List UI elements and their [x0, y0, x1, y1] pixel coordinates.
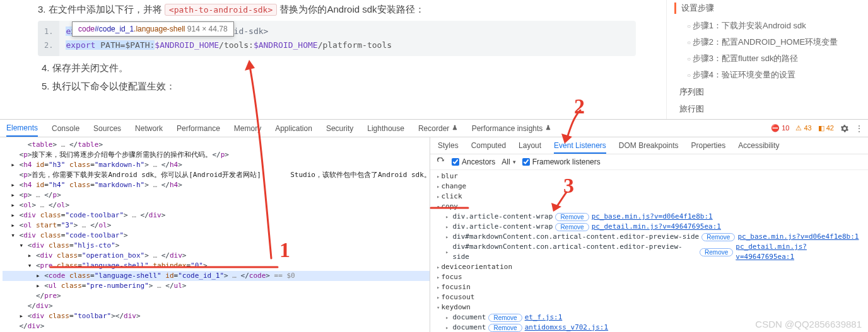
element-tooltip: code#code_id_1.language-shell 914 × 44.7…: [72, 21, 234, 37]
source-link[interactable]: antidomxss_v702.js:1: [525, 323, 608, 332]
source-link[interactable]: pc_detail.min.js?v=49647695ea:1: [736, 242, 864, 262]
source-link[interactable]: et_f.js:1: [525, 312, 563, 323]
remove-button[interactable]: Remove: [700, 248, 733, 256]
refresh-icon[interactable]: [437, 157, 445, 166]
subtab-properties[interactable]: Properties: [691, 141, 726, 150]
listener-keydown[interactable]: keydown: [434, 302, 864, 312]
flask-icon: [545, 125, 551, 131]
filter-scope-select[interactable]: All ▾: [501, 157, 515, 166]
listener-click[interactable]: click: [434, 192, 864, 202]
listener-focus[interactable]: focus: [434, 272, 864, 282]
listener-blur[interactable]: blur: [434, 171, 864, 181]
step-5: 5. 执行以下命令以使配置生效：: [38, 81, 654, 93]
side-panel: Styles Computed Layout Event Listeners D…: [430, 137, 868, 332]
error-badge[interactable]: ⛔ 10: [771, 124, 789, 132]
warning-badge[interactable]: ⚠ 43: [795, 124, 811, 132]
devtools-panel: Elements Console Sources Network Perform…: [0, 120, 868, 332]
toc-item[interactable]: 步骤3：配置flutter sdk的路径: [687, 50, 862, 67]
listener-filter-bar: Ancestors All ▾ Framework listeners: [430, 154, 868, 170]
elements-tree[interactable]: <table> … </table> <p>接下来，我们将逐步介绍每个步骤所需执…: [0, 137, 430, 332]
toc-current[interactable]: 设置步骤: [674, 3, 862, 14]
tab-perf-insights[interactable]: Performance insights: [472, 124, 551, 133]
side-subtabs: Styles Computed Layout Event Listeners D…: [430, 137, 868, 154]
tab-security[interactable]: Security: [326, 124, 353, 133]
step-4: 4. 保存并关闭文件。: [38, 62, 654, 74]
ancestors-label: Ancestors: [462, 157, 495, 166]
remove-button[interactable]: Remove: [555, 213, 589, 221]
listener-focusout[interactable]: focusout: [434, 292, 864, 302]
line-gutter: 1.2.: [38, 21, 59, 56]
listener-deviceorientation[interactable]: deviceorientation: [434, 262, 864, 272]
issues-badge[interactable]: ◧ 42: [818, 124, 834, 132]
remove-button[interactable]: Remove: [555, 223, 589, 231]
devtools-tabbar: Elements Console Sources Network Perform…: [0, 120, 868, 137]
subtab-computed[interactable]: Computed: [471, 141, 506, 150]
tab-lighthouse[interactable]: Lighthouse: [367, 124, 404, 133]
step3-suffix: 替换为你的Android sdk安装路径：: [279, 4, 424, 14]
framework-checkbox[interactable]: [522, 158, 530, 166]
source-link[interactable]: pc_detail.min.js?v=49647695ea:1: [592, 222, 721, 232]
ancestors-checkbox[interactable]: [452, 158, 459, 166]
source-link[interactable]: pc_base.min.js?v=d06e4f1e8b:1: [737, 232, 859, 242]
remove-button[interactable]: Remove: [488, 314, 522, 322]
tab-console[interactable]: Console: [52, 124, 79, 133]
step3-prefix: 3. 在文件中添加以下行，并将: [38, 4, 165, 14]
toc-item[interactable]: 步骤4：验证环境变量的设置: [687, 67, 862, 83]
tab-network[interactable]: Network: [135, 124, 163, 133]
inline-code: <path-to-android-sdk>: [165, 4, 277, 16]
listener-change[interactable]: change: [434, 181, 864, 192]
subtab-accessibility[interactable]: Accessibility: [738, 141, 779, 150]
tab-memory[interactable]: Memory: [234, 124, 261, 133]
toc-item[interactable]: 步骤1：下载并安装Android sdk: [687, 18, 862, 34]
event-listeners-list[interactable]: blur change click copy div.article-conte…: [430, 170, 868, 332]
tab-sources[interactable]: Sources: [93, 124, 121, 133]
flask-icon: [452, 125, 458, 131]
step-3: 3. 在文件中添加以下行，并将 <path-to-android-sdk> 替换…: [38, 4, 654, 16]
remove-button[interactable]: Remove: [701, 233, 735, 241]
toc-sidebar: 设置步骤 步骤1：下载并安装Android sdk 步骤2：配置ANDROID_…: [666, 0, 868, 119]
framework-label: Framework listeners: [532, 157, 601, 166]
toc-group[interactable]: 旅行图: [674, 100, 862, 117]
gear-icon[interactable]: [840, 124, 849, 133]
tab-recorder[interactable]: Recorder: [418, 124, 458, 133]
listener-focusin[interactable]: focusin: [434, 282, 864, 292]
toc-item[interactable]: 步骤2：配置ANDROID_HOME环境变量: [687, 34, 862, 50]
subtab-event-listeners[interactable]: Event Listeners: [554, 141, 606, 154]
article-content: 3. 在文件中添加以下行，并将 <path-to-android-sdk> 替换…: [0, 0, 666, 119]
tab-performance[interactable]: Performance: [177, 124, 220, 133]
tab-elements[interactable]: Elements: [6, 123, 38, 137]
more-icon[interactable]: ⋮: [855, 124, 863, 133]
watermark: CSDN @QQ2856639881: [755, 319, 862, 329]
subtab-layout[interactable]: Layout: [519, 141, 541, 150]
subtab-dom-breakpoints[interactable]: DOM Breakpoints: [619, 141, 679, 150]
listener-copy[interactable]: copy: [434, 202, 864, 212]
toc-group[interactable]: 序列图: [674, 83, 862, 100]
source-link[interactable]: pc_base.min.js?v=d06e4f1e8b:1: [592, 212, 713, 222]
subtab-styles[interactable]: Styles: [438, 141, 459, 150]
tab-application[interactable]: Application: [275, 124, 312, 133]
remove-button[interactable]: Remove: [488, 324, 522, 332]
